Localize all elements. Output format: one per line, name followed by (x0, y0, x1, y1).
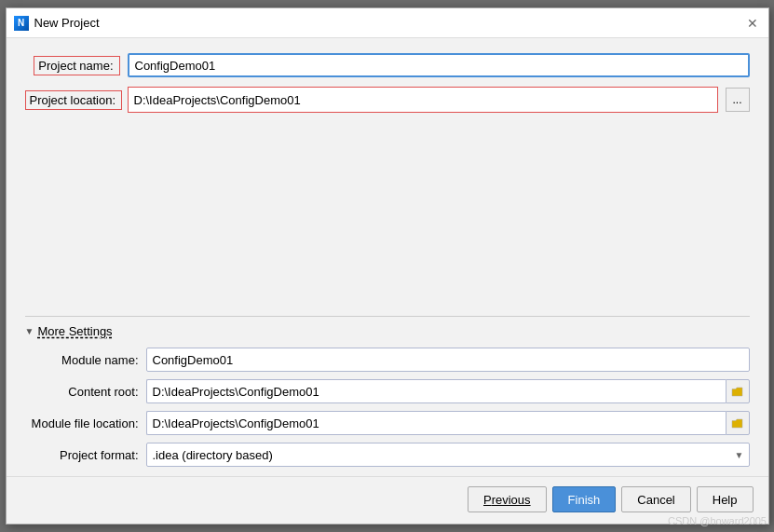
dialog-body: Project name: Project location: ... ▼ (7, 38, 768, 476)
more-settings-label: More Settings (37, 324, 112, 338)
project-name-input-wrapper (128, 53, 750, 77)
previous-button[interactable]: Previous (468, 486, 547, 512)
folder-icon-2 (731, 418, 743, 429)
previous-underline: P (483, 493, 492, 507)
module-file-input[interactable] (146, 411, 726, 435)
new-project-dialog: N New Project ✕ Project name: Project lo… (6, 7, 769, 525)
project-location-row: Project location: ... (25, 87, 750, 113)
watermark: CSDN @howard2005 (668, 515, 767, 526)
location-browse-button[interactable]: ... (726, 88, 750, 112)
more-settings-section: ▼ More Settings Module name: Content roo… (25, 316, 750, 467)
project-format-select[interactable]: .idea (directory based) Eclipse (.classp… (146, 443, 750, 467)
title-bar: N New Project ✕ (7, 8, 768, 38)
project-format-row: Project format: .idea (directory based) … (25, 443, 750, 467)
folder-icon (731, 387, 743, 397)
project-name-label-wrapper: Project name: (25, 59, 128, 73)
project-name-input[interactable] (128, 53, 750, 77)
content-root-row: Content root: (25, 379, 750, 403)
dialog-icon: N (14, 16, 29, 31)
settings-form: Module name: Content root: (25, 348, 750, 467)
middle-spacer (25, 122, 750, 312)
title-bar-left: N New Project (14, 16, 100, 31)
project-name-label: Project name: (34, 56, 119, 75)
previous-label-rest: revious (492, 493, 531, 507)
module-file-label: Module file location: (25, 416, 146, 430)
location-box (128, 87, 718, 113)
close-button[interactable]: ✕ (744, 15, 761, 32)
module-name-row: Module name: (25, 348, 750, 372)
project-format-label: Project format: (25, 448, 146, 462)
module-file-input-wrapper (146, 411, 750, 435)
module-name-label: Module name: (25, 353, 146, 367)
chevron-icon: ▼ (25, 326, 34, 336)
dialog-title: New Project (34, 16, 100, 30)
content-root-label: Content root: (25, 385, 146, 399)
content-root-input[interactable] (146, 379, 726, 403)
module-file-row: Module file location: (25, 411, 750, 435)
content-root-browse-button[interactable] (726, 379, 750, 403)
project-location-input[interactable] (129, 88, 717, 112)
cancel-button[interactable]: Cancel (621, 486, 690, 512)
project-location-label: Project location: (25, 90, 123, 110)
project-location-input-wrapper: ... (128, 87, 750, 113)
dialog-footer: Previous Finish Cancel Help (7, 476, 768, 524)
content-root-input-wrapper (146, 379, 750, 403)
project-format-select-wrapper: .idea (directory based) Eclipse (.classp… (146, 443, 750, 467)
finish-button[interactable]: Finish (552, 486, 617, 512)
help-button[interactable]: Help (697, 486, 754, 512)
project-location-label-wrapper: Project location: (25, 93, 128, 107)
module-file-browse-button[interactable] (726, 411, 750, 435)
more-settings-header[interactable]: ▼ More Settings (25, 324, 750, 338)
module-name-input[interactable] (146, 348, 750, 372)
project-name-row: Project name: (25, 53, 750, 77)
